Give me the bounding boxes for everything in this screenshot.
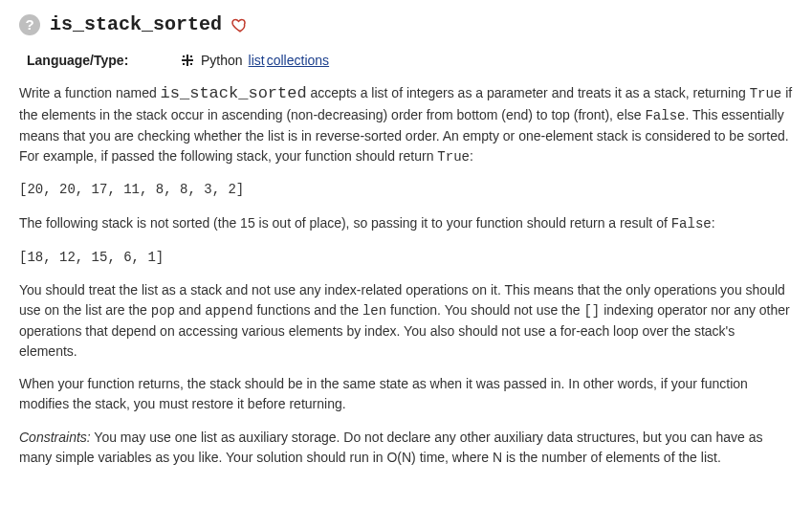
- text-segment: accepts a list of integers as a paramete…: [307, 85, 750, 100]
- pop-keyword: pop: [151, 303, 175, 319]
- intro-paragraph: Write a function named is_stack_sorted a…: [19, 81, 793, 166]
- svg-rect-4: [183, 63, 185, 65]
- python-icon: [180, 53, 195, 68]
- meta-row: Language/Type: Python list collections: [27, 53, 793, 68]
- text-segment: The following stack is not sorted (the 1…: [19, 215, 671, 231]
- text-segment: function. You should not use the: [386, 302, 583, 318]
- true-keyword: True: [750, 86, 782, 101]
- heart-icon[interactable]: [231, 16, 249, 33]
- function-name-code: is_stack_sorted: [161, 84, 307, 102]
- len-keyword: len: [362, 303, 386, 319]
- tag-list-link[interactable]: list: [249, 53, 265, 68]
- text-segment: :: [470, 148, 473, 164]
- text-segment: and: [175, 302, 205, 318]
- tag-collections-link[interactable]: collections: [267, 53, 329, 68]
- constraints-paragraph: Constraints: You may use one list as aux…: [19, 428, 793, 467]
- true-keyword: True: [437, 149, 470, 165]
- problem-body: Write a function named is_stack_sorted a…: [19, 81, 793, 467]
- title-row: ? is_stack_sorted: [19, 13, 793, 35]
- svg-rect-1: [187, 55, 188, 66]
- constraints-label: Constraints:: [19, 430, 91, 445]
- constraints-text: You may use one list as auxiliary storag…: [19, 430, 762, 465]
- example-stack-unsorted: [18, 12, 15, 6, 1]: [19, 248, 793, 268]
- not-sorted-paragraph: The following stack is not sorted (the 1…: [19, 213, 793, 234]
- false-keyword: False: [671, 216, 712, 231]
- meta-label: Language/Type:: [27, 53, 180, 68]
- svg-rect-2: [183, 55, 185, 57]
- svg-rect-3: [190, 55, 192, 57]
- false-keyword: False: [645, 108, 685, 123]
- meta-language: Python: [201, 53, 243, 68]
- rules-paragraph: You should treat the list as a stack and…: [19, 280, 793, 361]
- restore-paragraph: When your function returns, the stack sh…: [19, 374, 793, 413]
- brackets-keyword: []: [583, 303, 600, 319]
- example-stack-sorted: [20, 20, 17, 11, 8, 8, 3, 2]: [19, 180, 793, 200]
- svg-rect-5: [190, 63, 192, 65]
- problem-title: is_stack_sorted: [50, 13, 222, 35]
- text-segment: functions and the: [253, 302, 362, 318]
- append-keyword: append: [205, 303, 252, 319]
- text-segment: Write a function named: [19, 85, 161, 100]
- text-segment: :: [712, 215, 715, 231]
- question-mark-icon: ?: [19, 14, 40, 35]
- problem-container: ? is_stack_sorted Language/Type: Python …: [0, 0, 812, 496]
